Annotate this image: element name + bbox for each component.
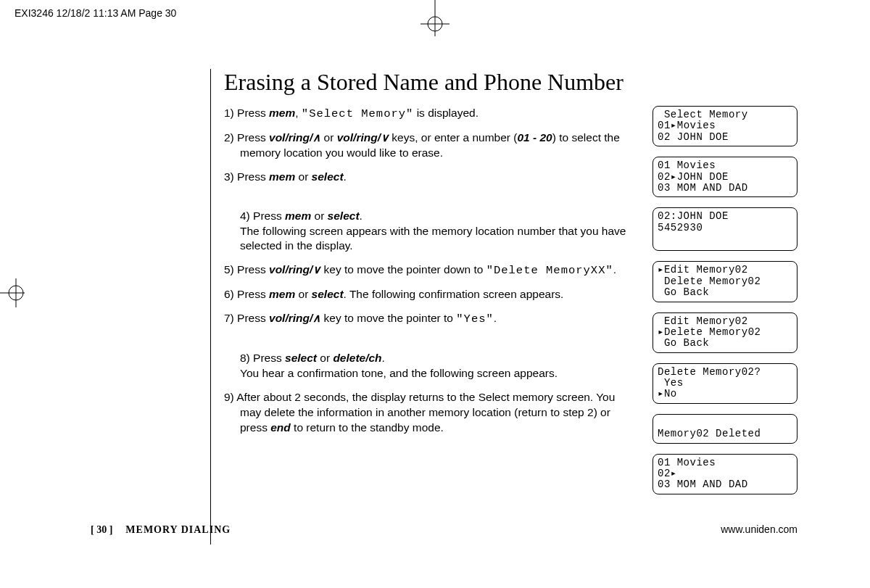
page-title: Erasing a Stored Name and Phone Number	[224, 69, 798, 96]
lcd-screen-7: Memory02 Deleted	[652, 414, 798, 444]
print-header: EXI3246 12/18/2 11:13 AM Page 30	[14, 7, 176, 19]
lcd-screen-4: ▸Edit Memory02 Delete Memory02 Go Back	[652, 261, 798, 302]
lcd-screen-6: Delete Memory02? Yes ▸No	[652, 363, 798, 404]
step-4: 4) Press mem or select. The following sc…	[224, 194, 631, 254]
page-footer: [ 30 ] MEMORY DIALING www.uniden.com	[91, 523, 798, 536]
lcd-screen-5: Edit Memory02 ▸Delete Memory02 Go Back	[652, 312, 798, 353]
footer-url: www.uniden.com	[721, 523, 798, 535]
step-1: 1) Press mem, "Select Memory" is display…	[224, 106, 631, 122]
step-5: 5) Press vol/ring/∨ key to move the poin…	[224, 262, 631, 278]
step-8: 8) Press select or delete/ch. You hear a…	[224, 336, 631, 381]
instructions-column: 1) Press mem, "Select Memory" is display…	[224, 106, 631, 494]
step-9: 9) After about 2 seconds, the display re…	[224, 390, 631, 436]
lcd-screen-8: 01 Movies 02▸ 03 MOM AND DAD	[652, 454, 798, 494]
lcd-screen-3: 02:JOHN DOE 5452930	[652, 207, 798, 251]
step-3: 3) Press mem or select.	[224, 170, 631, 185]
crop-mark-left	[0, 278, 25, 310]
step-7: 7) Press vol/ring/∧ key to move the poin…	[224, 311, 631, 327]
page-body: Erasing a Stored Name and Phone Number 1…	[210, 69, 798, 544]
lcd-screen-2: 01 Movies 02▸JOHN DOE 03 MOM AND DAD	[652, 157, 798, 197]
crop-mark-top	[420, 0, 450, 36]
lcd-screen-1: Select Memory 01▸Movies 02 JOHN DOE	[652, 106, 798, 146]
page-number: [ 30 ]	[91, 524, 112, 535]
section-title: MEMORY DIALING	[125, 524, 231, 535]
step-6: 6) Press mem or select. The following co…	[224, 287, 631, 302]
lcd-column: Select Memory 01▸Movies 02 JOHN DOE 01 M…	[652, 106, 798, 494]
step-2: 2) Press vol/ring/∧ or vol/ring/∨ keys, …	[224, 131, 631, 161]
